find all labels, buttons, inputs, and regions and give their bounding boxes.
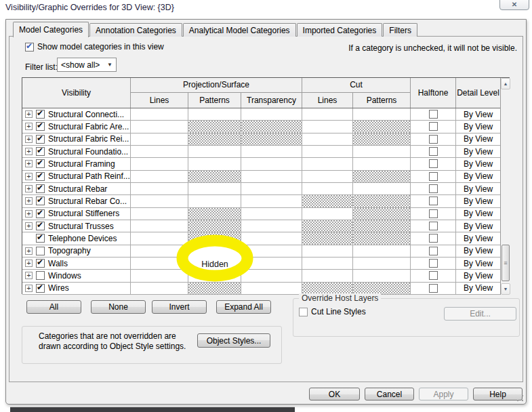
ps-transparency-cell[interactable]	[241, 245, 302, 257]
cut-patterns-cell[interactable]	[353, 195, 411, 207]
detail-level-cell[interactable]: By View	[456, 146, 500, 157]
column-header-cut[interactable]: Cut	[302, 78, 411, 92]
ps-transparency-cell[interactable]	[241, 146, 302, 157]
detail-level-cell[interactable]: By View	[456, 133, 500, 145]
ps-transparency-cell[interactable]	[241, 270, 302, 281]
ps-patterns-cell[interactable]	[188, 258, 241, 269]
ps-lines-cell[interactable]	[131, 195, 188, 207]
halftone-checkbox[interactable]	[429, 197, 438, 205]
halftone-checkbox[interactable]	[429, 247, 438, 255]
cut-patterns-cell[interactable]	[353, 245, 411, 257]
detail-level-cell[interactable]: By View	[456, 220, 500, 232]
ps-lines-cell[interactable]	[131, 133, 188, 145]
cut-patterns-cell[interactable]	[353, 208, 411, 220]
column-header-projection-surface[interactable]: Projection/Surface	[131, 78, 302, 92]
cut-patterns-cell[interactable]	[353, 121, 411, 132]
ps-transparency-cell[interactable]	[241, 232, 302, 244]
tab-model-categories[interactable]: Model Categories	[13, 22, 89, 37]
ps-transparency-cell[interactable]	[241, 195, 302, 207]
column-header-cut-lines[interactable]: Lines	[302, 92, 353, 108]
cut-lines-cell[interactable]	[302, 270, 353, 281]
column-header-visibility[interactable]: Visibility	[22, 78, 131, 108]
column-header-ps-transparency[interactable]: Transparency	[241, 92, 302, 108]
cut-patterns-cell[interactable]	[353, 108, 411, 120]
halftone-checkbox[interactable]	[429, 271, 438, 280]
cut-patterns-cell[interactable]	[353, 171, 411, 182]
cut-lines-cell[interactable]	[302, 108, 353, 120]
ps-lines-cell[interactable]	[131, 183, 188, 194]
ps-lines-cell[interactable]	[131, 146, 188, 157]
detail-level-cell[interactable]: By View	[456, 121, 500, 132]
expand-icon[interactable]: +	[25, 210, 33, 218]
category-visibility-checkbox[interactable]: ✔	[36, 222, 45, 230]
cut-patterns-cell[interactable]	[353, 183, 411, 194]
detail-level-cell[interactable]: By View	[456, 171, 500, 182]
halftone-checkbox[interactable]	[429, 122, 438, 131]
halftone-cell[interactable]	[411, 158, 456, 169]
object-styles-button[interactable]: Object Styles...	[197, 333, 270, 348]
cut-lines-cell[interactable]	[302, 121, 353, 132]
category-visibility-checkbox[interactable]	[36, 271, 45, 280]
ps-transparency-cell[interactable]	[241, 108, 302, 120]
category-visibility-checkbox[interactable]: ✔	[36, 172, 45, 181]
detail-level-cell[interactable]: By View	[456, 245, 500, 257]
expand-icon[interactable]: +	[25, 173, 33, 180]
cut-lines-cell[interactable]	[302, 158, 353, 169]
tab-imported-categories[interactable]: Imported Categories	[297, 23, 383, 37]
halftone-cell[interactable]	[411, 133, 456, 145]
detail-level-cell[interactable]: By View	[456, 108, 500, 120]
apply-button[interactable]: Apply	[419, 388, 468, 400]
tab-annotation-categories[interactable]: Annotation Categories	[89, 23, 182, 37]
scrollbar-track[interactable]: ≡	[501, 89, 510, 283]
cancel-button[interactable]: Cancel	[365, 388, 414, 400]
cut-line-styles-checkbox[interactable]	[299, 308, 308, 316]
halftone-cell[interactable]	[411, 232, 456, 244]
ps-transparency-cell[interactable]	[241, 133, 302, 145]
halftone-cell[interactable]	[411, 121, 456, 132]
ps-patterns-cell[interactable]	[188, 158, 241, 169]
detail-level-cell[interactable]: By View	[456, 195, 500, 207]
cut-lines-cell[interactable]	[302, 232, 353, 244]
ps-patterns-cell[interactable]	[188, 232, 241, 244]
detail-level-cell[interactable]: By View	[456, 232, 500, 244]
cut-lines-cell[interactable]	[302, 146, 353, 157]
close-button[interactable]: ✕	[499, 0, 529, 10]
cut-lines-cell[interactable]	[302, 245, 353, 257]
category-visibility-checkbox[interactable]: ✔	[36, 259, 45, 268]
expand-icon[interactable]: +	[25, 260, 33, 267]
cut-lines-cell[interactable]	[302, 133, 353, 145]
halftone-cell[interactable]	[411, 208, 456, 220]
tab-filters[interactable]: Filters	[383, 23, 417, 37]
ps-patterns-cell[interactable]	[188, 108, 241, 120]
show-model-categories-checkbox[interactable]: ✔	[25, 43, 34, 52]
detail-level-cell[interactable]: By View	[456, 258, 500, 269]
ps-lines-cell[interactable]	[131, 245, 188, 257]
expand-icon[interactable]: +	[25, 185, 33, 192]
halftone-cell[interactable]	[411, 195, 456, 207]
category-visibility-checkbox[interactable]: ✔	[36, 209, 45, 218]
expand-icon[interactable]: +	[25, 160, 33, 167]
ps-patterns-cell[interactable]	[188, 283, 241, 294]
scroll-down-button[interactable]: ▼	[501, 283, 510, 295]
halftone-cell[interactable]	[411, 183, 456, 194]
category-visibility-checkbox[interactable]: ✔	[36, 147, 45, 156]
ps-transparency-cell[interactable]	[241, 183, 302, 194]
ps-transparency-cell[interactable]	[241, 208, 302, 220]
halftone-cell[interactable]	[411, 220, 456, 232]
expand-all-button[interactable]: Expand All	[216, 300, 271, 314]
ps-lines-cell[interactable]	[131, 158, 188, 169]
scrollbar-thumb[interactable]: ≡	[502, 245, 510, 281]
cut-lines-cell[interactable]	[302, 220, 353, 232]
column-header-ps-patterns[interactable]: Patterns	[188, 92, 241, 108]
halftone-cell[interactable]	[411, 258, 456, 269]
cut-lines-cell[interactable]	[302, 258, 353, 269]
cut-patterns-cell[interactable]	[353, 146, 411, 157]
category-visibility-checkbox[interactable]: ✔	[36, 122, 45, 131]
ps-patterns-cell[interactable]	[188, 195, 241, 207]
ps-patterns-cell[interactable]	[188, 121, 241, 132]
edit-button[interactable]: Edit...	[444, 307, 516, 321]
ps-transparency-cell[interactable]	[241, 258, 302, 269]
halftone-cell[interactable]	[411, 171, 456, 182]
halftone-checkbox[interactable]	[429, 222, 438, 230]
filter-list-dropdown[interactable]: <show all> ▼	[57, 58, 117, 72]
